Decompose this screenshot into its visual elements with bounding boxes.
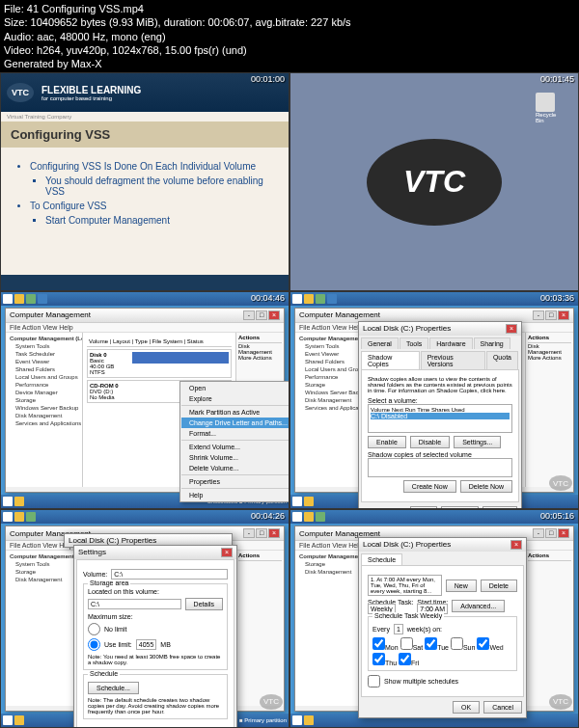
disable-button[interactable]: Disable [410,436,450,448]
desktop-background: VTC Recycle Bin [290,73,578,290]
delete-now-button[interactable]: Delete Now [460,480,512,493]
delete-button[interactable]: Delete [481,580,517,592]
limit-input[interactable]: 4055 [136,639,157,650]
tab-previous[interactable]: Previous Versions [421,351,485,369]
tab-sharing[interactable]: Sharing [474,337,510,349]
taskbar[interactable] [1,292,289,306]
sat-checkbox[interactable] [400,637,413,650]
ctx-explore[interactable]: Explore [181,393,290,404]
media-info: File: 41 Configuring VSS.mp4 Size: 10409… [0,0,579,72]
ctx-change-drive[interactable]: Change Drive Letter and Paths... [181,418,290,428]
tab-shadow-copies[interactable]: Shadow Copies [361,351,420,369]
vtc-logo-large: VTC [367,139,502,226]
schedule-select[interactable]: 1. At 7:00 AM every Mon, Tue, Wed, Thu, … [368,575,442,596]
generated-by: Generated by Max-X [4,57,575,70]
ctx-properties[interactable]: Properties [181,476,290,487]
app-icon[interactable] [38,294,47,304]
close-button[interactable]: × [510,540,522,550]
create-now-button[interactable]: Create Now [403,480,456,493]
new-button[interactable]: New [446,580,477,592]
ctx-shrink[interactable]: Shrink Volume... [181,452,290,463]
dialog-title: Local Disk (C:) Properties [363,540,451,550]
dialog-title: Local Disk (C:) Properties [363,324,451,334]
video-info: h264, yuv420p, 1024x768, 15.00 fps(r) (u… [37,44,247,56]
app-icon[interactable] [26,294,36,304]
slide-title: Configuring VSS [1,121,289,148]
tree-view[interactable]: Computer Management (Local) System Tools… [6,333,83,488]
close-button[interactable]: × [506,324,517,334]
advanced-button[interactable]: Advanced... [452,600,505,612]
timestamp: 00:04:26 [251,511,285,521]
menu-bar[interactable]: File Action View Help [6,323,284,333]
settings-button[interactable]: Settings... [454,436,501,448]
recycle-bin-icon[interactable]: Recycle Bin [536,93,559,121]
timestamp: 00:05:16 [540,511,574,521]
ctx-delete[interactable]: Delete Volume... [181,463,290,473]
timestamp: 00:01:00 [251,74,285,84]
timestamp: 00:01:45 [540,74,574,84]
ctx-format[interactable]: Format... [181,428,290,439]
properties-dialog: Local Disk (C:) Properties× General Tool… [358,321,522,510]
file-name: 41 Configuring VSS.mp4 [27,3,144,14]
tab-tools[interactable]: Tools [400,337,428,349]
wed-checkbox[interactable] [477,637,489,650]
timestamp: 00:04:46 [251,293,285,303]
timestamp: 00:03:36 [540,293,574,303]
uselimit-radio[interactable] [88,638,100,651]
disk-management-view[interactable]: Volume | Layout | Type | File System | S… [83,333,235,488]
enable-button[interactable]: Enable [368,436,406,448]
dialog-title: Settings [78,548,106,557]
ctx-open[interactable]: Open [181,383,290,393]
schedule-button[interactable]: Schedule... [88,682,139,694]
ctx-help[interactable]: Help [181,490,290,500]
sun-checkbox[interactable] [451,637,463,650]
tab-schedule[interactable]: Schedule [361,553,402,565]
multiple-checkbox[interactable] [368,675,380,688]
close-button[interactable]: × [268,310,280,320]
details-button[interactable]: Details [185,598,223,610]
ctx-mark[interactable]: Mark Partition as Active [181,407,290,418]
window-title: Computer Management [10,310,91,319]
folder-icon[interactable] [14,294,24,304]
presentation-slide: VTC FLEXIBLE LEARNING for computer based… [1,73,289,290]
close-button[interactable]: × [221,548,233,557]
schedule-dialog: Local Disk (C:) Properties× Schedule 1. … [358,537,527,718]
minimize-button[interactable]: - [243,310,255,320]
audio-info: aac, 48000 Hz, mono (eng) [37,31,165,42]
start-icon[interactable] [3,294,13,304]
ctx-extend[interactable]: Extend Volume... [181,442,290,452]
vtc-logo-icon: VTC [7,83,34,102]
file-size: 10409652 bytes (9.93 MiB), duration: 00:… [31,16,351,28]
thu-checkbox[interactable] [372,653,385,665]
volume-list[interactable]: Volume Next Run Time Shares Used C:\ Dis… [368,404,512,433]
mon-checkbox[interactable] [372,637,385,650]
cancel-button[interactable]: Cancel [483,701,522,714]
maximize-button[interactable]: □ [256,310,267,320]
tab-general[interactable]: General [361,337,399,349]
tab-hardware[interactable]: Hardware [429,337,472,349]
weeks-input[interactable]: 1 [394,624,403,634]
context-menu: Open Explore Mark Partition as Active Ch… [179,381,290,502]
nolimit-radio[interactable] [88,623,100,635]
location-select[interactable]: C:\ [88,599,181,609]
ok-button[interactable]: OK [453,701,480,714]
fri-checkbox[interactable] [399,653,411,665]
settings-dialog: Settings× Volume:C:\ Storage area Locate… [73,545,237,728]
tue-checkbox[interactable] [425,637,437,650]
tab-quota[interactable]: Quota [486,351,518,369]
volume-field: C:\ [111,569,228,580]
computer-management-window: Computer Management - □ × File Action Vi… [5,308,285,494]
